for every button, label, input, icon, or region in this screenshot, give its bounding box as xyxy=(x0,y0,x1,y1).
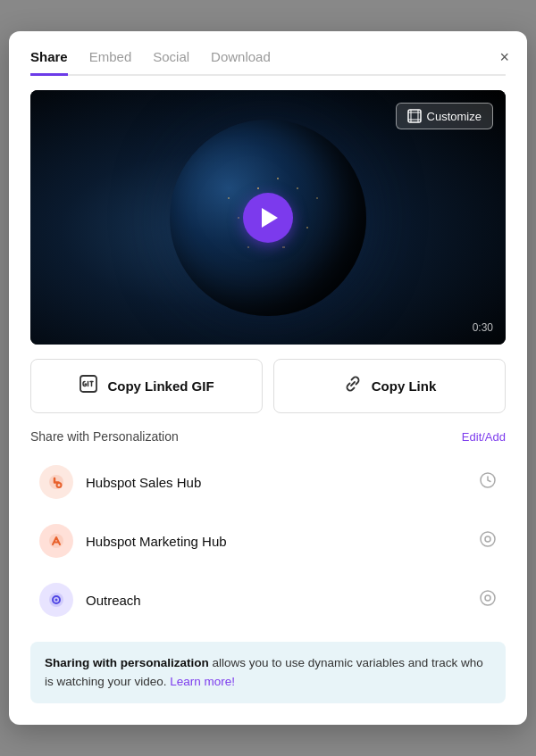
svg-point-12 xyxy=(485,595,490,601)
tab-download[interactable]: Download xyxy=(211,49,271,76)
svg-point-10 xyxy=(55,599,58,602)
info-bold-text: Sharing with personalization xyxy=(45,656,209,669)
hubspot-marketing-name: Hubspot Marketing Hub xyxy=(86,534,466,549)
learn-more-link[interactable]: Learn more! xyxy=(170,675,235,688)
tab-bar: Share Embed Social Download xyxy=(30,49,506,76)
svg-point-7 xyxy=(485,536,490,542)
video-background: Customize 0:30 xyxy=(30,90,506,345)
tab-embed[interactable]: Embed xyxy=(89,49,132,76)
outreach-logo xyxy=(39,583,73,617)
svg-rect-0 xyxy=(408,110,421,122)
hubspot-sales-name: Hubspot Sales Hub xyxy=(86,475,466,490)
edit-add-button[interactable]: Edit/Add xyxy=(462,430,506,444)
close-button[interactable]: × xyxy=(496,46,513,69)
video-preview: Customize 0:30 xyxy=(30,90,506,345)
svg-point-11 xyxy=(481,591,495,605)
customize-button[interactable]: Customize xyxy=(396,103,493,129)
play-button[interactable] xyxy=(243,193,293,243)
tab-share[interactable]: Share xyxy=(30,49,68,76)
integration-list: Hubspot Sales Hub Hubspot Marketing Hub xyxy=(30,454,506,627)
outreach-name: Outreach xyxy=(86,593,466,608)
link-icon xyxy=(343,374,363,398)
share-modal: × Share Embed Social Download Cust xyxy=(9,31,527,725)
play-icon xyxy=(262,208,278,228)
hubspot-marketing-logo xyxy=(39,524,73,558)
copy-linked-gif-label: Copy Linked GIF xyxy=(107,378,214,394)
copy-link-button[interactable]: Copy Link xyxy=(273,359,506,413)
gif-icon xyxy=(79,374,98,398)
hubspot-sales-logo xyxy=(39,465,73,499)
tab-social[interactable]: Social xyxy=(153,49,189,76)
integration-item-hubspot-marketing[interactable]: Hubspot Marketing Hub xyxy=(30,513,506,569)
hubspot-marketing-toggle[interactable] xyxy=(479,530,497,552)
integration-item-hubspot-sales[interactable]: Hubspot Sales Hub xyxy=(30,454,506,510)
action-buttons-row: Copy Linked GIF Copy Link xyxy=(30,359,506,413)
video-timestamp: 0:30 xyxy=(473,321,493,334)
hubspot-sales-toggle[interactable] xyxy=(479,471,497,494)
outreach-toggle[interactable] xyxy=(479,589,497,611)
copy-link-label: Copy Link xyxy=(372,378,437,394)
customize-label: Customize xyxy=(427,110,482,123)
integration-item-outreach[interactable]: Outreach xyxy=(30,572,506,627)
customize-icon xyxy=(407,109,422,123)
info-box: Sharing with personalization allows you … xyxy=(30,642,506,703)
personalization-header: Share with Personalization Edit/Add xyxy=(30,429,506,444)
copy-linked-gif-button[interactable]: Copy Linked GIF xyxy=(30,359,263,413)
svg-point-5 xyxy=(49,534,63,548)
svg-point-6 xyxy=(481,532,495,546)
personalization-title: Share with Personalization xyxy=(30,429,179,444)
